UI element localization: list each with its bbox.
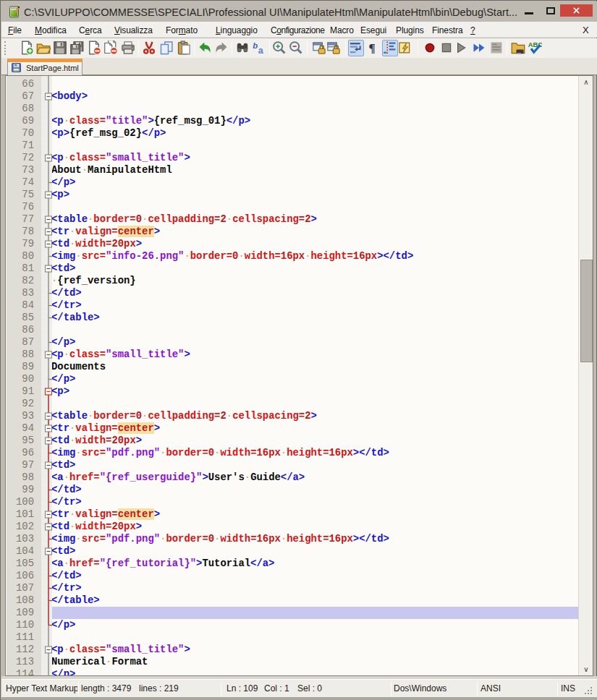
svg-text:¶: ¶: [369, 41, 376, 55]
svg-text:a: a: [258, 46, 264, 56]
svg-text:ABC: ABC: [528, 41, 542, 48]
svg-text:b: b: [253, 41, 258, 50]
svg-text:...: ...: [517, 49, 521, 54]
